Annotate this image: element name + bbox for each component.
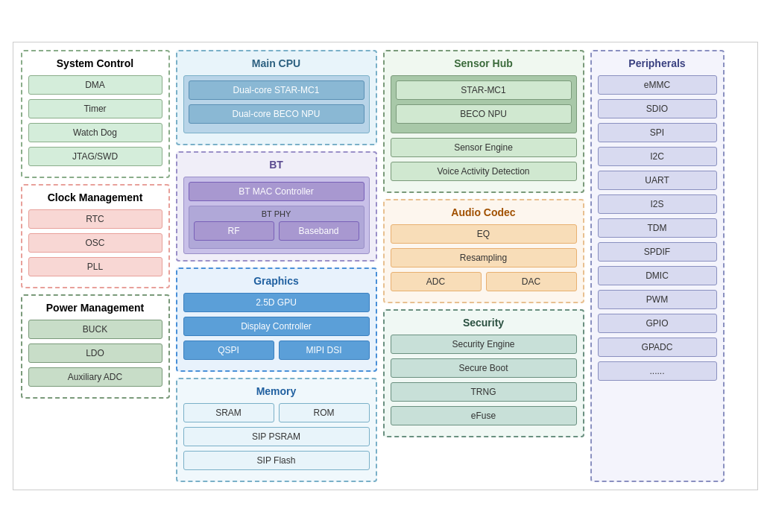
graphics-title: Graphics <box>183 275 370 287</box>
memory-title: Memory <box>183 385 370 397</box>
sensor-engine-box: Sensor Engine <box>391 138 577 157</box>
voice-activity-box: Voice Activity Detection <box>391 162 577 181</box>
mipi-dsi-box: MIPI DSI <box>279 341 370 360</box>
bt-phy: BT PHY RF Baseband <box>189 206 365 249</box>
watchdog-box: Watch Dog <box>28 123 162 142</box>
gpio-box: GPIO <box>598 314 717 333</box>
eq-box: EQ <box>391 224 577 244</box>
display-controller-box: Display Controller <box>183 317 370 336</box>
sensor-hub-title: Sensor Hub <box>391 57 577 69</box>
spi-box: SPI <box>598 123 717 142</box>
sram-box: SRAM <box>183 403 274 422</box>
dma-box: DMA <box>28 75 162 95</box>
trng-box: TRNG <box>391 382 577 402</box>
dac-box: DAC <box>486 272 577 291</box>
peripherals-title: Peripherals <box>598 57 717 69</box>
ldo-box: LDO <box>28 343 162 363</box>
tdm-box: TDM <box>598 218 717 238</box>
sensor-star-mc1-box: STAR-MC1 <box>396 80 572 100</box>
clock-management-section: Clock Management RTC OSC PLL <box>21 184 170 288</box>
pwm-box: PWM <box>598 290 717 309</box>
security-engine-box: Security Engine <box>391 335 577 354</box>
clock-management-title: Clock Management <box>28 191 162 203</box>
main-cpu-title: Main CPU <box>183 57 370 69</box>
gpadc-box: GPADC <box>598 338 717 357</box>
resampling-box: Resampling <box>391 248 577 267</box>
timer-box: Timer <box>28 99 162 118</box>
sensor-inner: STAR-MC1 BECO NPU <box>391 75 577 133</box>
power-management-title: Power Management <box>28 302 162 314</box>
bt-mac-box: BT MAC Controller <box>189 182 365 201</box>
sdio-box: SDIO <box>598 99 717 118</box>
rom-box: ROM <box>279 403 370 422</box>
system-control-title: System Control <box>28 57 162 69</box>
adc-box: ADC <box>391 272 482 291</box>
aux-adc-box: Auxiliary ADC <box>28 367 162 387</box>
uart-box: UART <box>598 171 717 190</box>
buck-box: BUCK <box>28 320 162 339</box>
bt-section: BT BT MAC Controller BT PHY RF Baseband <box>176 151 377 262</box>
spdif-box: SPDIF <box>598 242 717 262</box>
bt-title: BT <box>183 159 370 171</box>
main-cpu-section: Main CPU Dual-core STAR-MC1 Dual-core BE… <box>176 50 377 145</box>
cpu-inner: Dual-core STAR-MC1 Dual-core BECO NPU <box>183 75 370 133</box>
sensor-hub-section: Sensor Hub STAR-MC1 BECO NPU Sensor Engi… <box>383 50 584 193</box>
pll-box: PLL <box>28 257 162 276</box>
dmic-box: DMIC <box>598 266 717 285</box>
osc-box: OSC <box>28 233 162 253</box>
memory-section: Memory SRAM ROM SIP PSRAM SIP Flash <box>176 378 377 482</box>
audio-row: ADC DAC <box>391 272 577 291</box>
emmc-box: eMMC <box>598 75 717 95</box>
bt-phy-label: BT PHY <box>194 209 359 218</box>
sensor-beco-npu-box: BECO NPU <box>396 104 572 124</box>
efuse-box: eFuse <box>391 406 577 425</box>
baseband-box: Baseband <box>279 221 359 241</box>
bt-inner: BT MAC Controller BT PHY RF Baseband <box>183 177 370 254</box>
rtc-box: RTC <box>28 209 162 229</box>
security-title: Security <box>391 317 577 329</box>
sip-psram-box: SIP PSRAM <box>183 427 370 446</box>
security-section: Security Security Engine Secure Boot TRN… <box>383 309 584 437</box>
architecture-diagram: System Control DMA Timer Watch Dog JTAG/… <box>13 42 758 490</box>
more-box: ...... <box>598 361 717 381</box>
power-management-section: Power Management BUCK LDO Auxiliary ADC <box>21 294 170 399</box>
graphics-section: Graphics 2.5D GPU Display Controller QSP… <box>176 267 377 372</box>
sip-flash-box: SIP Flash <box>183 451 370 470</box>
system-control-section: System Control DMA Timer Watch Dog JTAG/… <box>21 50 170 178</box>
i2c-box: I2C <box>598 147 717 166</box>
audio-codec-title: Audio Codec <box>391 206 577 218</box>
beco-npu-box: Dual-core BECO NPU <box>189 104 365 124</box>
audio-codec-section: Audio Codec EQ Resampling ADC DAC <box>383 199 584 303</box>
i2s-box: I2S <box>598 194 717 214</box>
star-mc1-box: Dual-core STAR-MC1 <box>189 80 365 100</box>
rf-box: RF <box>194 221 274 241</box>
gpu-box: 2.5D GPU <box>183 293 370 312</box>
memory-row1: SRAM ROM <box>183 403 370 422</box>
jtag-box: JTAG/SWD <box>28 147 162 166</box>
qspi-box: QSPI <box>183 341 274 360</box>
bt-phy-row: RF Baseband <box>194 221 359 241</box>
peripherals-section: Peripherals eMMC SDIO SPI I2C UART I2S T… <box>590 50 725 482</box>
graphics-row: QSPI MIPI DSI <box>183 341 370 360</box>
secure-boot-box: Secure Boot <box>391 358 577 378</box>
